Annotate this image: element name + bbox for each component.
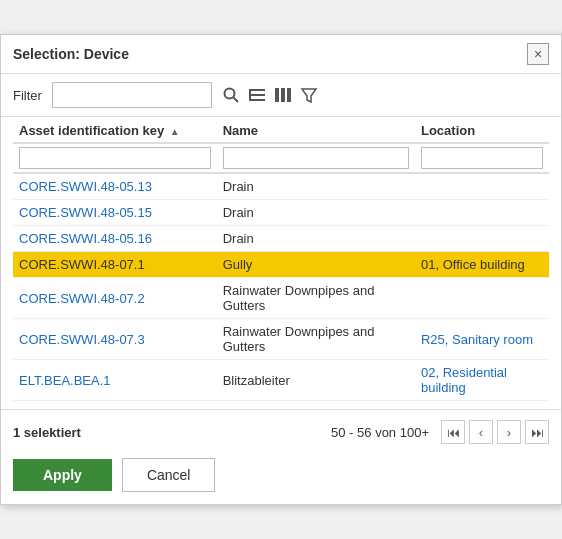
prev-page-button[interactable]: ‹ xyxy=(469,420,493,444)
cell-location xyxy=(415,226,549,252)
cell-location: 01, Office building xyxy=(415,252,549,278)
cell-name: Drain xyxy=(217,226,415,252)
filter-icon[interactable] xyxy=(300,86,318,104)
last-page-button[interactable]: ⏭ xyxy=(525,420,549,444)
col-header-asset-key: Asset identification key ▲ xyxy=(13,117,217,143)
pagination-info: 50 - 56 von 100+ xyxy=(331,425,429,440)
table-row[interactable]: CORE.SWWI.48-05.13Drain xyxy=(13,173,549,200)
table-row[interactable]: CORE.SWWI.48-05.15Drain xyxy=(13,200,549,226)
svg-line-1 xyxy=(233,98,238,103)
cell-name: Blitzableiter xyxy=(217,360,415,401)
cell-name: Rainwater Downpipes and Gutters xyxy=(217,278,415,319)
cell-asset-key: CORE.SWWI.48-07.1 xyxy=(13,252,217,278)
apply-button[interactable]: Apply xyxy=(13,459,112,491)
table-row[interactable]: CORE.SWWI.48-05.16Drain xyxy=(13,226,549,252)
svg-rect-5 xyxy=(249,89,251,101)
selected-count: 1 selektiert xyxy=(13,425,81,440)
filter-icons xyxy=(222,86,318,104)
close-button[interactable]: × xyxy=(527,43,549,65)
table-row[interactable]: CORE.SWWI.48-07.2Rainwater Downpipes and… xyxy=(13,278,549,319)
sort-arrow-icon: ▲ xyxy=(170,126,180,137)
svg-rect-2 xyxy=(249,89,265,91)
cell-asset-key: ELT.BEA.BEA.1 xyxy=(13,360,217,401)
cell-asset-key: CORE.SWWI.48-07.3 xyxy=(13,319,217,360)
filter-row: Filter xyxy=(1,74,561,117)
selection-dialog: Selection: Device × Filter xyxy=(0,34,562,505)
col-header-location: Location xyxy=(415,117,549,143)
svg-rect-3 xyxy=(249,94,265,96)
table-row[interactable]: CORE.SWWI.48-07.3Rainwater Downpipes and… xyxy=(13,319,549,360)
cell-location: 02, Residential building xyxy=(415,360,549,401)
cell-asset-key: CORE.SWWI.48-05.15 xyxy=(13,200,217,226)
column-filter-row xyxy=(13,143,549,173)
table-header-row: Asset identification key ▲ Name Location xyxy=(13,117,549,143)
svg-rect-6 xyxy=(275,88,279,102)
first-page-button[interactable]: ⏮ xyxy=(441,420,465,444)
col-header-name: Name xyxy=(217,117,415,143)
cell-asset-key: CORE.SWWI.48-05.13 xyxy=(13,173,217,200)
columns-view-icon[interactable] xyxy=(274,86,292,104)
filter-input[interactable] xyxy=(52,82,212,108)
cell-location: R25, Sanitary room xyxy=(415,319,549,360)
cell-name: Drain xyxy=(217,173,415,200)
cell-name: Drain xyxy=(217,200,415,226)
assets-table: Asset identification key ▲ Name Location… xyxy=(13,117,549,401)
svg-rect-7 xyxy=(281,88,285,102)
cell-asset-key: CORE.SWWI.48-07.2 xyxy=(13,278,217,319)
cell-name: Rainwater Downpipes and Gutters xyxy=(217,319,415,360)
pagination: 50 - 56 von 100+ ⏮ ‹ › ⏭ xyxy=(331,420,549,444)
table-container: Asset identification key ▲ Name Location… xyxy=(1,117,561,401)
svg-point-0 xyxy=(224,89,234,99)
footer: 1 selektiert 50 - 56 von 100+ ⏮ ‹ › ⏭ xyxy=(1,409,561,450)
cancel-button[interactable]: Cancel xyxy=(122,458,216,492)
cell-name: Gully xyxy=(217,252,415,278)
cell-asset-key: CORE.SWWI.48-05.16 xyxy=(13,226,217,252)
dialog-title: Selection: Device xyxy=(13,46,129,62)
svg-rect-8 xyxy=(287,88,291,102)
table-row[interactable]: ELT.BEA.BEA.1Blitzableiter02, Residentia… xyxy=(13,360,549,401)
next-page-button[interactable]: › xyxy=(497,420,521,444)
col-filter-asset-key[interactable] xyxy=(19,147,211,169)
filter-label: Filter xyxy=(13,88,42,103)
cell-location xyxy=(415,173,549,200)
cell-location xyxy=(415,278,549,319)
cell-location xyxy=(415,200,549,226)
search-icon[interactable] xyxy=(222,86,240,104)
dialog-header: Selection: Device × xyxy=(1,35,561,74)
svg-marker-9 xyxy=(302,89,316,102)
svg-rect-4 xyxy=(249,99,265,101)
col-filter-location[interactable] xyxy=(421,147,543,169)
action-row: Apply Cancel xyxy=(1,450,561,504)
list-view-icon[interactable] xyxy=(248,86,266,104)
col-filter-name[interactable] xyxy=(223,147,409,169)
table-row[interactable]: CORE.SWWI.48-07.1Gully01, Office buildin… xyxy=(13,252,549,278)
